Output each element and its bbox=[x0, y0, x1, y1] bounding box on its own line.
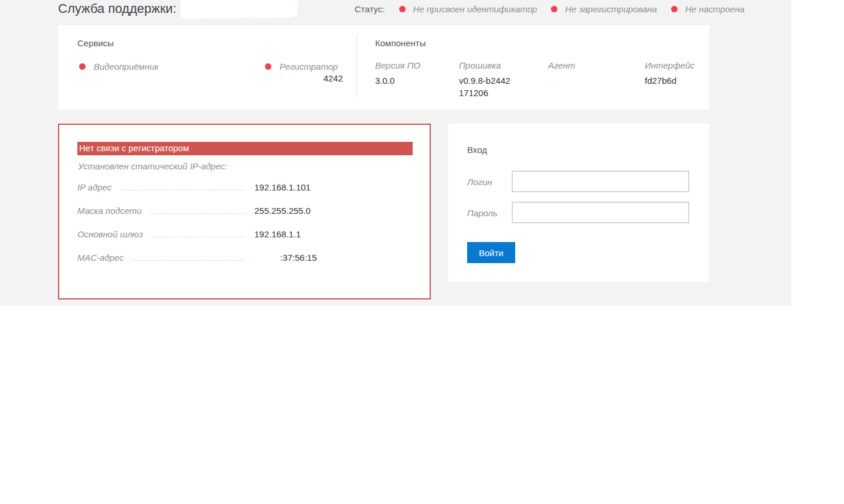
component-interface: Интерфейс fd27b6d bbox=[645, 60, 695, 87]
redacted-host-value bbox=[280, 73, 293, 83]
service-label: Регистратор bbox=[280, 62, 338, 71]
component-agent: Агент bbox=[548, 60, 575, 88]
redacted-mac-prefix bbox=[254, 253, 280, 263]
network-details: IP адрес 192.168.1.101 Маска подсети 255… bbox=[77, 182, 413, 276]
network-subtitle: Установлен статический IP-адрес: bbox=[78, 161, 227, 171]
status-red-dot-icon bbox=[551, 6, 557, 12]
redacted-dots bbox=[254, 254, 259, 263]
row-value-mac: :37:56:15 bbox=[254, 253, 413, 263]
component-label: Прошивка bbox=[459, 60, 511, 70]
info-panel: Сервисы Видеоприёмник Регистратор 4242 К… bbox=[58, 25, 709, 110]
status-item-registration: Не зарегистрирована bbox=[551, 4, 657, 14]
dotted-leader bbox=[150, 213, 246, 214]
component-software-version: Версия ПО 3.0.0 bbox=[375, 60, 420, 87]
redacted-dots bbox=[548, 77, 561, 86]
component-firmware: Прошивка v0.9.8-b2442 171206 bbox=[459, 60, 511, 99]
row-value: 192.168.1.1 bbox=[254, 229, 413, 239]
component-value-line2: 171206 bbox=[459, 87, 511, 99]
dotted-leader bbox=[132, 260, 245, 261]
status-text: Не зарегистрирована bbox=[565, 4, 657, 14]
services-heading: Сервисы bbox=[77, 38, 353, 48]
dotted-leader bbox=[120, 190, 245, 190]
network-row-gateway: Основной шлюз 192.168.1.1 bbox=[77, 229, 413, 253]
component-value: v0.9.8-b2442 bbox=[459, 74, 511, 87]
login-field-label: Логин bbox=[467, 177, 492, 187]
dotted-leader bbox=[151, 237, 245, 237]
status-item-identifier: Не присвоен идентификатор bbox=[399, 4, 537, 14]
service-item-registrar: Регистратор 4242 bbox=[265, 62, 343, 83]
status-red-dot-icon bbox=[671, 6, 678, 12]
password-field-label: Пароль bbox=[467, 208, 498, 218]
row-value: 255.255.255.0 bbox=[254, 206, 413, 216]
status-item-configuration: Не настроена bbox=[671, 4, 744, 14]
status-bar: Статус: Не присвоен идентификатор Не зар… bbox=[355, 4, 744, 14]
network-row-subnet-mask: Маска подсети 255.255.255.0 bbox=[77, 206, 413, 229]
service-registrar-block: Регистратор 4242 bbox=[280, 62, 343, 83]
redacted-title-value bbox=[181, 0, 293, 19]
redacted-agent-value bbox=[548, 74, 575, 88]
network-row-ip: IP адрес 192.168.1.101 bbox=[77, 182, 413, 206]
component-value: 3.0.0 bbox=[375, 74, 420, 87]
status-red-dot-icon bbox=[399, 6, 406, 12]
section-divider bbox=[356, 35, 357, 97]
service-status-dot-icon bbox=[265, 63, 271, 70]
component-value: fd27b6d bbox=[645, 74, 695, 87]
network-row-mac: MAC-адрес :37:56:15 bbox=[77, 253, 413, 276]
login-input[interactable] bbox=[512, 171, 689, 192]
row-label: IP адрес bbox=[77, 182, 111, 192]
login-heading: Вход bbox=[467, 145, 487, 155]
password-input[interactable] bbox=[512, 202, 689, 223]
service-registrar-address: 4242 bbox=[280, 73, 343, 83]
row-label: MAC-адрес bbox=[77, 253, 124, 263]
row-label: Маска подсети bbox=[77, 206, 142, 216]
login-panel: Вход Логин Пароль Войти bbox=[448, 124, 709, 282]
row-value: 192.168.1.101 bbox=[254, 182, 413, 192]
row-label: Основной шлюз bbox=[77, 229, 143, 239]
page-background: Служба поддержки: Статус: Не присвоен ид… bbox=[0, 0, 791, 306]
network-alert-panel: Нет связи с регистратором Установлен ста… bbox=[58, 124, 431, 299]
component-label: Интерфейс bbox=[645, 60, 695, 70]
status-text: Не присвоен идентификатор bbox=[413, 4, 537, 14]
login-submit-button[interactable]: Войти bbox=[467, 242, 515, 263]
status-text: Не настроена bbox=[685, 4, 744, 14]
component-label: Версия ПО bbox=[375, 60, 420, 70]
service-status-dot-icon bbox=[79, 63, 86, 70]
page-title: Служба поддержки: bbox=[58, 1, 176, 16]
component-label: Агент bbox=[548, 60, 575, 70]
alert-banner: Нет связи с регистратором bbox=[77, 142, 413, 155]
service-registrar-port: 4242 bbox=[324, 73, 343, 83]
mac-value-suffix: :37:56:15 bbox=[280, 253, 317, 263]
service-label: Видеоприёмник bbox=[94, 62, 159, 71]
status-label: Статус: bbox=[355, 4, 385, 14]
components-heading: Компоненты bbox=[375, 38, 426, 48]
service-item-videoreceiver: Видеоприёмник bbox=[79, 62, 159, 71]
